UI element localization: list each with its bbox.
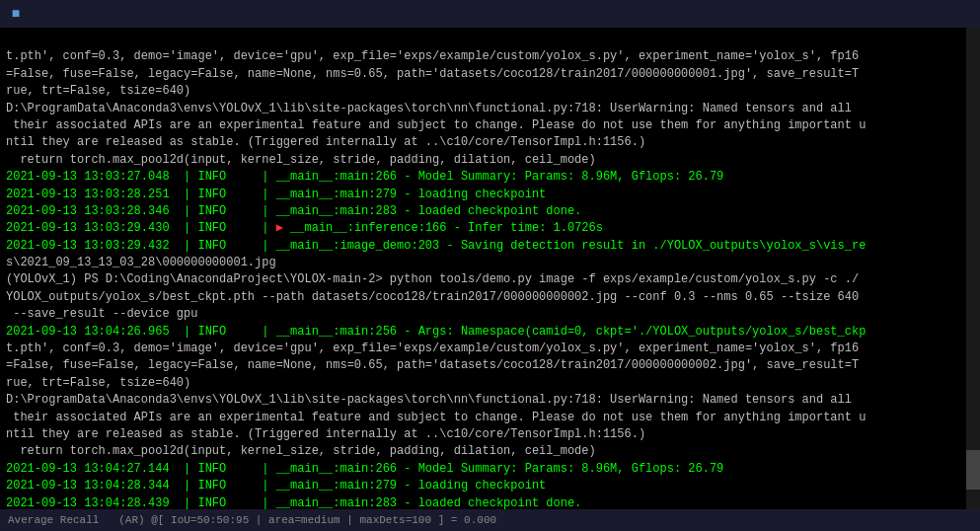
- terminal-line: ntil they are released as stable. (Trigg…: [6, 426, 974, 443]
- terminal-line: t.pth', conf=0.3, demo='image', device='…: [6, 341, 974, 357]
- terminal-line: 2021-09-13 13:04:26.965 | INFO | __main_…: [6, 324, 974, 341]
- close-button[interactable]: [946, 4, 972, 24]
- terminal-line: t.pth', conf=0.3, demo='image', device='…: [6, 48, 974, 65]
- terminal-line: rue, trt=False, tsize=640): [6, 83, 974, 100]
- terminal-line: 2021-09-13 13:04:28.439 | INFO | __main_…: [6, 495, 974, 509]
- terminal-line: their associated APIs are an experimenta…: [6, 410, 974, 426]
- terminal-line: YOLOX_outputs/yolox_s/best_ckpt.pth --pa…: [6, 289, 974, 306]
- terminal-line: 2021-09-13 13:03:27.048 | INFO | __main_…: [6, 169, 974, 186]
- terminal-line: their associated APIs are an experimenta…: [6, 117, 974, 134]
- maximize-button[interactable]: [919, 4, 944, 24]
- terminal-line: rue, trt=False, tsize=640): [6, 375, 974, 392]
- terminal-line: 2021-09-13 13:03:29.430 | INFO | ▶ __mai…: [6, 220, 974, 237]
- arrow-indicator: ▶: [276, 221, 290, 235]
- terminal-line: return torch.max_pool2d(input, kernel_si…: [6, 443, 974, 460]
- terminal-line: ntil they are released as stable. (Trigg…: [6, 134, 974, 151]
- terminal-line: s\2021_09_13_13_03_28\000000000001.jpg: [6, 255, 974, 271]
- terminal-line: (YOLOvX_1) PS D:\Coding\AnacondaProject\…: [6, 271, 974, 288]
- scrollbar-thumb[interactable]: [966, 450, 980, 490]
- terminal-line: 2021-09-13 13:04:28.344 | INFO | __main_…: [6, 478, 974, 494]
- terminal-line: D:\ProgramData\Anaconda3\envs\YOLOvX_1\l…: [6, 101, 974, 117]
- terminal-line: return torch.max_pool2d(input, kernel_si…: [6, 152, 974, 169]
- terminal-line: 2021-09-13 13:03:28.346 | INFO | __main_…: [6, 203, 974, 220]
- title-bar: ■: [0, 0, 980, 28]
- scrollbar[interactable]: [966, 28, 980, 509]
- terminal-line: --save_result --device gpu: [6, 306, 974, 323]
- terminal-line: =False, fuse=False, legacy=False, name=N…: [6, 357, 974, 374]
- terminal-line: 2021-09-13 13:03:29.432 | INFO | __main_…: [6, 238, 974, 255]
- status-bar: Average Recall (AR) @[ IoU=50:50:95 | ar…: [0, 509, 980, 531]
- terminal-line: D:\ProgramData\Anaconda3\envs\YOLOvX_1\l…: [6, 392, 974, 409]
- terminal-line: 2021-09-13 13:03:28.251 | INFO | __main_…: [6, 187, 974, 203]
- terminal-line: =False, fuse=False, legacy=False, name=N…: [6, 66, 974, 83]
- terminal[interactable]: t.pth', conf=0.3, demo='image', device='…: [0, 28, 980, 509]
- minimize-button[interactable]: [891, 4, 917, 24]
- status-text: Average Recall (AR) @[ IoU=50:50:95 | ar…: [8, 514, 496, 526]
- terminal-line: 2021-09-13 13:04:27.144 | INFO | __main_…: [6, 461, 974, 478]
- app-icon: ■: [8, 6, 24, 22]
